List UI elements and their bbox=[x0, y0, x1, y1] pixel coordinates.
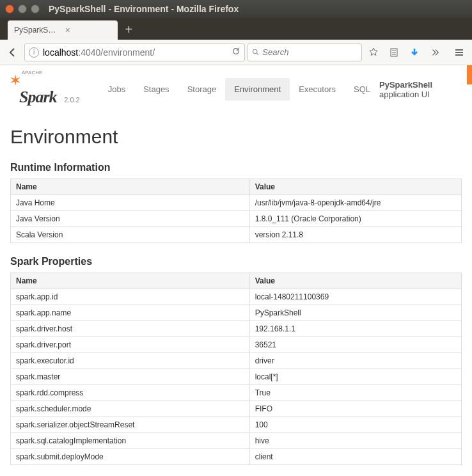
window-minimize-button[interactable] bbox=[18, 4, 27, 13]
page-title: Environment bbox=[10, 126, 462, 148]
cell-value: FIFO bbox=[249, 401, 461, 417]
table-row: spark.serializer.objectStreamReset100 bbox=[11, 417, 462, 433]
app-name-bold: PySparkShell bbox=[379, 80, 432, 90]
cell-value: True bbox=[249, 385, 461, 401]
table-row: Scala Versionversion 2.11.8 bbox=[11, 227, 462, 243]
search-input[interactable] bbox=[262, 47, 358, 57]
nav-jobs[interactable]: Jobs bbox=[99, 78, 134, 100]
cell-value: PySparkShell bbox=[249, 305, 461, 321]
cell-value: 36521 bbox=[249, 337, 461, 353]
table-row: spark.rdd.compressTrue bbox=[11, 385, 462, 401]
sparkprops-rows: spark.app.idlocal-1480211100369spark.app… bbox=[11, 289, 462, 465]
clipboard-icon bbox=[389, 47, 398, 58]
reload-icon bbox=[232, 47, 240, 56]
cell-value: 100 bbox=[249, 417, 461, 433]
reload-button[interactable] bbox=[232, 47, 240, 58]
cell-value: 192.168.1.1 bbox=[249, 321, 461, 337]
hamburger-icon bbox=[454, 47, 464, 58]
browser-tab[interactable]: PySparkShell - Environ… × bbox=[8, 20, 118, 40]
bookmark-button[interactable] bbox=[365, 44, 382, 61]
app-name-rest: application UI bbox=[379, 90, 430, 99]
runtime-rows: Java Home/usr/lib/jvm/java-8-openjdk-amd… bbox=[11, 195, 462, 243]
nav-sql[interactable]: SQL bbox=[345, 78, 379, 100]
cell-value: /usr/lib/jvm/java-8-openjdk-amd64/jre bbox=[249, 195, 461, 211]
svg-point-0 bbox=[253, 49, 256, 53]
cell-value: client bbox=[249, 449, 461, 465]
star-icon bbox=[368, 47, 379, 58]
url-path: :4040/environment/ bbox=[78, 47, 155, 58]
app-label: PySparkShell application UI bbox=[379, 80, 463, 99]
cell-name: spark.sql.catalogImplementation bbox=[11, 433, 250, 449]
browser-toolbar: i localhost:4040/environment/ bbox=[0, 40, 472, 65]
cell-name: Java Version bbox=[11, 211, 250, 227]
back-icon bbox=[8, 47, 18, 58]
table-row: spark.sql.catalogImplementationhive bbox=[11, 433, 462, 449]
chevron-right-double-icon bbox=[430, 48, 439, 57]
cell-name: spark.driver.port bbox=[11, 337, 250, 353]
nav-environment[interactable]: Environment bbox=[225, 78, 290, 100]
cell-name: spark.serializer.objectStreamReset bbox=[11, 417, 250, 433]
cell-value: local[*] bbox=[249, 369, 461, 385]
spark-version: 2.0.2 bbox=[64, 96, 79, 104]
accent-stripe bbox=[467, 65, 472, 84]
table-row: spark.driver.port36521 bbox=[11, 337, 462, 353]
search-icon bbox=[252, 48, 260, 57]
cell-name: spark.app.name bbox=[11, 305, 250, 321]
cell-name: Java Home bbox=[11, 195, 250, 211]
spark-wordmark: Spark bbox=[19, 88, 57, 106]
content: Environment Runtime Information Name Val… bbox=[0, 108, 472, 476]
cell-value: 1.8.0_111 (Oracle Corporation) bbox=[249, 211, 461, 227]
library-button[interactable] bbox=[385, 44, 403, 61]
svg-line-1 bbox=[256, 52, 258, 54]
cell-name: spark.driver.host bbox=[11, 321, 250, 337]
nav-stages[interactable]: Stages bbox=[134, 78, 178, 100]
spark-nav: Jobs Stages Storage Environment Executor… bbox=[99, 77, 463, 102]
runtime-heading: Runtime Information bbox=[10, 162, 462, 173]
browser-tabstrip: PySparkShell - Environ… × + bbox=[0, 18, 472, 40]
cell-name: spark.app.id bbox=[11, 289, 250, 305]
table-row: spark.scheduler.modeFIFO bbox=[11, 401, 462, 417]
browser-tab-title: PySparkShell - Environ… bbox=[14, 26, 60, 35]
window-maximize-button[interactable] bbox=[31, 4, 40, 13]
table-row: spark.app.idlocal-1480211100369 bbox=[11, 289, 462, 305]
sparkprops-heading: Spark Properties bbox=[10, 256, 462, 267]
spark-header: ✶ APACHE Spark 2.0.2 Jobs Stages Storage… bbox=[0, 69, 472, 108]
back-button[interactable] bbox=[4, 44, 22, 61]
col-name[interactable]: Name bbox=[11, 179, 250, 195]
window-close-button[interactable] bbox=[5, 4, 14, 13]
cell-value: version 2.11.8 bbox=[249, 227, 461, 243]
table-row: spark.masterlocal[*] bbox=[11, 369, 462, 385]
table-row: Java Version1.8.0_111 (Oracle Corporatio… bbox=[11, 211, 462, 227]
cell-name: spark.submit.deployMode bbox=[11, 449, 250, 465]
url-bar[interactable]: i localhost:4040/environment/ bbox=[24, 44, 245, 61]
spark-edition: APACHE bbox=[22, 70, 42, 75]
downloads-button[interactable] bbox=[405, 44, 423, 61]
col-value[interactable]: Value bbox=[249, 179, 461, 195]
cell-name: spark.rdd.compress bbox=[11, 385, 250, 401]
nav-storage[interactable]: Storage bbox=[178, 78, 226, 100]
window-titlebar: PySparkShell - Environment - Mozilla Fir… bbox=[0, 0, 472, 18]
spark-logo[interactable]: ✶ APACHE Spark 2.0.2 bbox=[9, 72, 80, 107]
cell-name: spark.scheduler.mode bbox=[11, 401, 250, 417]
download-icon bbox=[409, 47, 420, 58]
table-row: spark.driver.host192.168.1.1 bbox=[11, 321, 462, 337]
menu-button[interactable] bbox=[450, 44, 468, 61]
col-value[interactable]: Value bbox=[249, 273, 461, 289]
overflow-button[interactable] bbox=[426, 44, 444, 61]
table-row: spark.app.namePySparkShell bbox=[11, 305, 462, 321]
search-bar[interactable] bbox=[248, 44, 362, 61]
nav-executors[interactable]: Executors bbox=[290, 78, 345, 100]
tab-close-icon[interactable]: × bbox=[65, 25, 111, 35]
runtime-table: Name Value Java Home/usr/lib/jvm/java-8-… bbox=[10, 178, 462, 243]
cell-name: spark.master bbox=[11, 369, 250, 385]
new-tab-button[interactable]: + bbox=[125, 22, 133, 37]
table-row: spark.executor.iddriver bbox=[11, 353, 462, 369]
col-name[interactable]: Name bbox=[11, 273, 250, 289]
cell-name: Scala Version bbox=[11, 227, 250, 243]
window-title: PySparkShell - Environment - Mozilla Fir… bbox=[49, 4, 239, 14]
table-row: spark.submit.deployModeclient bbox=[11, 449, 462, 465]
url-host: localhost bbox=[43, 47, 78, 58]
cell-name: spark.executor.id bbox=[11, 353, 250, 369]
cell-value: driver bbox=[249, 353, 461, 369]
site-info-icon[interactable]: i bbox=[29, 47, 39, 58]
